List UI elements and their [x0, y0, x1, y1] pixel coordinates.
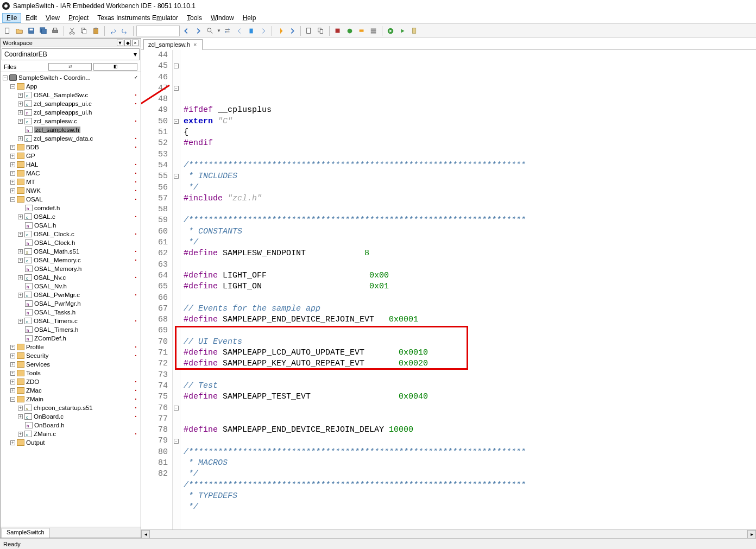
open-button[interactable] [14, 26, 25, 36]
fold-icon[interactable]: − [174, 439, 179, 444]
code-line[interactable]: #endif [184, 138, 756, 149]
code-editor[interactable]: 4445464748495051525354555657585960616263… [141, 50, 756, 529]
goto-button[interactable] [275, 26, 286, 36]
code-line[interactable] [184, 293, 756, 304]
code-line[interactable] [184, 94, 756, 105]
tree-item[interactable]: +OSAL_SampleSw.c• [1, 91, 141, 99]
replace-button[interactable] [222, 26, 233, 36]
fold-icon[interactable]: − [174, 119, 179, 124]
tree-item[interactable]: OSAL_PwrMgr.h [1, 299, 141, 308]
menu-edit[interactable]: Edit [21, 13, 41, 23]
fold-icon[interactable]: − [174, 174, 179, 179]
make-button[interactable] [316, 26, 326, 36]
expand-icon[interactable]: + [10, 188, 15, 193]
code-line[interactable] [184, 204, 756, 215]
expand-icon[interactable]: + [18, 232, 23, 237]
header-icon-2[interactable]: ◧ [93, 63, 137, 71]
expand-icon[interactable]: + [10, 371, 15, 376]
expand-icon[interactable]: + [18, 136, 23, 141]
menu-file[interactable]: File [2, 13, 21, 23]
expand-icon[interactable]: + [10, 440, 15, 445]
code-line[interactable]: * MACROS [184, 458, 756, 469]
expand-icon[interactable]: + [10, 345, 15, 350]
fold-column[interactable]: −−−−−− [173, 50, 180, 529]
menu-tools[interactable]: Tools [182, 13, 206, 23]
tree-item[interactable]: +OSAL.c• [1, 212, 141, 221]
code-line[interactable]: #define SAMPLESW_ENDPOINT 8 [184, 248, 756, 259]
tree-item[interactable]: +OSAL_Timers.c• [1, 317, 141, 325]
tree-item[interactable]: +NWK• [1, 186, 141, 195]
print-button[interactable] [50, 26, 61, 36]
tree-item[interactable]: +Services [1, 360, 141, 369]
panel-pin-icon[interactable]: ◆ [124, 40, 131, 46]
code-line[interactable]: #ifdef __cplusplus [184, 105, 756, 116]
code-line[interactable] [184, 436, 756, 446]
find-button[interactable] [205, 26, 216, 36]
menu-ti-emulator[interactable]: Texas Instruments Emulator [93, 13, 182, 23]
tree-item[interactable]: +OSAL_Nv.c• [1, 273, 141, 282]
debug-button[interactable] [356, 26, 367, 36]
expand-icon[interactable]: − [3, 75, 8, 80]
tree-item[interactable]: +MAC• [1, 169, 141, 178]
nav-back-button[interactable] [181, 26, 192, 36]
expand-icon[interactable]: + [10, 354, 15, 358]
expand-icon[interactable]: − [10, 397, 15, 402]
bookmark-prev-button[interactable] [234, 26, 245, 36]
menu-view[interactable]: View [41, 13, 64, 23]
tree-item[interactable]: +GP [1, 152, 141, 160]
toggle-bp-button[interactable] [344, 26, 355, 36]
config-combo[interactable]: CoordinatorEB ▾ [2, 48, 140, 60]
fold-icon[interactable]: − [174, 64, 179, 68]
header-icon-1[interactable]: ⇄ [48, 63, 92, 71]
editor-tab[interactable]: zcl_samplesw.h × [143, 39, 203, 50]
code-line[interactable] [184, 370, 756, 381]
tree-item[interactable]: OSAL_Clock.h [1, 238, 141, 247]
code-line[interactable] [184, 414, 756, 425]
expand-icon[interactable]: + [18, 275, 23, 280]
tree-item[interactable]: +zcl_sampleapps_ui.c• [1, 99, 141, 108]
code-line[interactable]: */ [184, 469, 756, 479]
tree-item[interactable]: +HAL• [1, 160, 141, 169]
code-line[interactable] [184, 403, 756, 414]
code-line[interactable]: */ [184, 502, 756, 513]
nav-fwd-button[interactable] [193, 26, 204, 36]
code-line[interactable]: // Events for the sample app [184, 304, 756, 314]
expand-icon[interactable]: + [18, 293, 23, 298]
code-line[interactable]: extern "C" [184, 116, 756, 127]
code-line[interactable]: #include "zcl.h" [184, 193, 756, 204]
download-debug-button[interactable] [385, 26, 396, 36]
menu-window[interactable]: Window [206, 13, 238, 23]
tree-item[interactable]: +OSAL_Clock.c• [1, 230, 141, 238]
tree-item[interactable]: +zcl_samplesw.c• [1, 117, 141, 125]
tree-item[interactable]: +zcl_sampleapps_ui.h [1, 108, 141, 117]
tree-item[interactable]: +OnBoard.c• [1, 412, 141, 421]
expand-icon[interactable]: + [10, 362, 15, 367]
panel-dropdown-icon[interactable]: ▼ [117, 40, 123, 46]
tree-item[interactable]: −OSAL• [1, 195, 141, 204]
expand-icon[interactable]: + [18, 93, 23, 98]
expand-icon[interactable]: + [18, 214, 23, 219]
tree-item[interactable]: +ZMain.c• [1, 430, 141, 438]
paste-button[interactable] [91, 26, 102, 36]
tree-item[interactable]: −SampleSwitch - Coordin...✓ [1, 73, 141, 82]
tree-item[interactable]: −ZMain• [1, 395, 141, 403]
tree-item[interactable]: +chipcon_cstartup.s51• [1, 403, 141, 412]
expand-icon[interactable]: + [18, 319, 23, 324]
expand-icon[interactable]: + [18, 406, 23, 411]
tree-item[interactable]: +Output [1, 438, 141, 447]
code-line[interactable]: #define SAMPLEAPP_END_DEVICE_REJOIN_EVT … [184, 314, 756, 325]
tree-item[interactable]: OSAL.h [1, 221, 141, 230]
compile-button[interactable] [304, 26, 314, 36]
nav-next-button[interactable] [287, 26, 298, 36]
tree-item[interactable]: +zcl_samplesw_data.c• [1, 134, 141, 143]
tree-item[interactable]: −App [1, 82, 141, 91]
tree-item[interactable]: OnBoard.h [1, 421, 141, 430]
tree-item[interactable]: +OSAL_Memory.c• [1, 256, 141, 264]
fold-icon[interactable]: − [174, 406, 179, 411]
debug-no-download-button[interactable] [397, 26, 408, 36]
workspace-tab[interactable]: SampleSwitch [2, 528, 49, 538]
code-line[interactable]: * TYPEDEFS [184, 491, 756, 502]
tree-item[interactable]: +Tools [1, 369, 141, 377]
redo-button[interactable] [119, 26, 130, 36]
expand-icon[interactable]: + [18, 432, 23, 437]
